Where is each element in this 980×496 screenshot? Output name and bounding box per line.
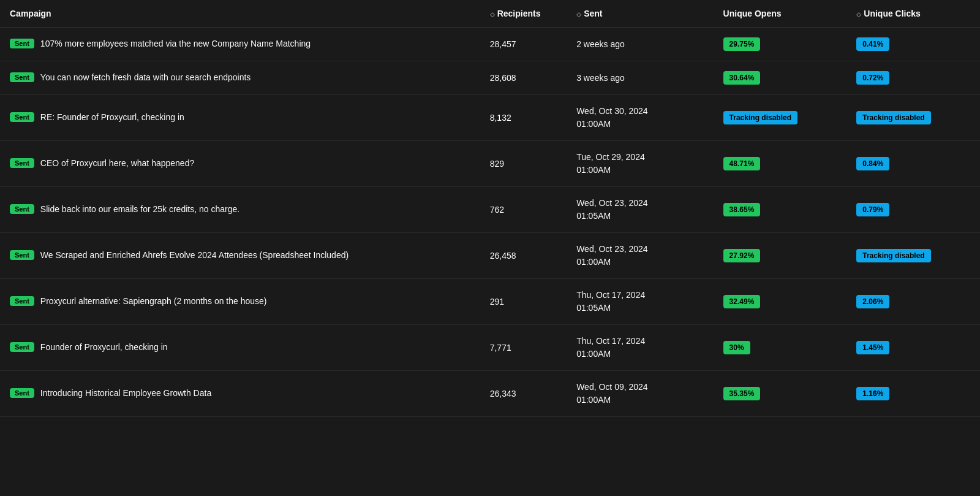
unique-opens-cell: 38.65% [714, 187, 847, 233]
unique-clicks-sort-icon: ◇ [856, 11, 861, 18]
unique-opens-badge: 35.35% [723, 387, 761, 400]
unique-clicks-badge: Tracking disabled [856, 249, 930, 262]
unique-opens-badge: 38.65% [723, 203, 761, 216]
unique-opens-cell: 27.92% [714, 233, 847, 279]
unique-opens-cell: 35.35% [714, 371, 847, 417]
unique-clicks-badge: 0.72% [856, 71, 889, 85]
campaign-cell: SentWe Scraped and Enriched Ahrefs Evolv… [0, 233, 480, 279]
campaign-cell: SentSlide back into our emails for 25k c… [0, 187, 480, 233]
unique-opens-badge: 30.64% [723, 71, 761, 85]
unique-clicks-cell: Tracking disabled [846, 233, 980, 279]
campaign-cell: Sent107% more employees matched via the … [0, 28, 480, 61]
table-row[interactable]: SentFounder of Proxycurl, checking in7,7… [0, 325, 980, 371]
sent-cell: Tue, Oct 29, 2024 01:00AM [567, 141, 713, 187]
table-row[interactable]: SentIntroducing Historical Employee Grow… [0, 371, 980, 417]
recipients-sort-icon: ◇ [490, 11, 495, 18]
recipients-cell: 26,343 [480, 371, 567, 417]
sent-cell: 2 weeks ago [567, 28, 713, 61]
sent-date: Tue, Oct 29, 2024 01:00AM [576, 152, 645, 175]
sent-cell: Thu, Oct 17, 2024 01:05AM [567, 279, 713, 325]
table-header-row: Campaign ◇Recipients ◇Sent Unique Opens … [0, 0, 980, 28]
unique-clicks-cell: 2.06% [846, 279, 980, 325]
unique-opens-badge: 30% [723, 341, 750, 354]
recipients-value: 26,343 [490, 389, 516, 399]
sent-date: 3 weeks ago [576, 73, 625, 83]
unique-opens-cell: Tracking disabled [714, 95, 847, 141]
unique-opens-cell: 48.71% [714, 141, 847, 187]
unique-clicks-cell: 0.79% [846, 187, 980, 233]
campaign-cell: SentFounder of Proxycurl, checking in [0, 325, 480, 371]
unique-clicks-cell: 0.72% [846, 61, 980, 95]
recipients-cell: 26,458 [480, 233, 567, 279]
unique-opens-badge: 29.75% [723, 37, 761, 51]
unique-clicks-header[interactable]: ◇Unique Clicks [846, 0, 980, 28]
sent-date: Wed, Oct 23, 2024 01:00AM [576, 244, 647, 267]
sent-date: Wed, Oct 30, 2024 01:00AM [576, 106, 647, 129]
table-row[interactable]: Sent107% more employees matched via the … [0, 28, 980, 61]
campaign-title: Founder of Proxycurl, checking in [40, 341, 470, 354]
recipients-value: 28,608 [490, 73, 516, 83]
table-row[interactable]: SentProxycurl alternative: Sapiengraph (… [0, 279, 980, 325]
campaign-title: 107% more employees matched via the new … [40, 38, 470, 50]
campaigns-table-container: Campaign ◇Recipients ◇Sent Unique Opens … [0, 0, 980, 496]
recipients-cell: 28,457 [480, 28, 567, 61]
sent-header[interactable]: ◇Sent [567, 0, 713, 28]
campaign-header: Campaign [0, 0, 480, 28]
unique-opens-cell: 32.49% [714, 279, 847, 325]
recipients-header[interactable]: ◇Recipients [480, 0, 567, 28]
campaign-cell: SentProxycurl alternative: Sapiengraph (… [0, 279, 480, 325]
campaign-cell: SentYou can now fetch fresh data with ou… [0, 61, 480, 95]
status-badge: Sent [10, 112, 34, 122]
unique-clicks-cell: Tracking disabled [846, 95, 980, 141]
campaign-cell: SentIntroducing Historical Employee Grow… [0, 371, 480, 417]
table-row[interactable]: SentWe Scraped and Enriched Ahrefs Evolv… [0, 233, 980, 279]
campaign-title: Slide back into our emails for 25k credi… [40, 204, 470, 216]
campaign-title: RE: Founder of Proxycurl, checking in [40, 112, 470, 124]
unique-opens-cell: 29.75% [714, 28, 847, 61]
unique-clicks-badge: 0.84% [856, 157, 889, 170]
unique-opens-cell: 30.64% [714, 61, 847, 95]
unique-opens-badge: 32.49% [723, 295, 761, 308]
status-badge: Sent [10, 39, 34, 48]
table-row[interactable]: SentYou can now fetch fresh data with ou… [0, 61, 980, 95]
status-badge: Sent [10, 72, 34, 82]
recipients-value: 26,458 [490, 251, 516, 261]
recipients-cell: 829 [480, 141, 567, 187]
campaign-title: CEO of Proxycurl here, what happened? [40, 158, 470, 170]
sent-cell: 3 weeks ago [567, 61, 713, 95]
unique-clicks-badge: 0.79% [856, 203, 889, 216]
campaign-cell: SentCEO of Proxycurl here, what happened… [0, 141, 480, 187]
sent-date: Wed, Oct 23, 2024 01:05AM [576, 198, 647, 221]
recipients-cell: 7,771 [480, 325, 567, 371]
table-row[interactable]: SentSlide back into our emails for 25k c… [0, 187, 980, 233]
unique-clicks-badge: 0.41% [856, 37, 889, 51]
sent-date: 2 weeks ago [576, 39, 625, 49]
sent-cell: Wed, Oct 23, 2024 01:05AM [567, 187, 713, 233]
unique-clicks-badge: 1.16% [856, 387, 889, 400]
unique-clicks-badge: 1.45% [856, 341, 889, 354]
table-row[interactable]: SentCEO of Proxycurl here, what happened… [0, 141, 980, 187]
campaigns-table: Campaign ◇Recipients ◇Sent Unique Opens … [0, 0, 980, 417]
unique-clicks-cell: 0.84% [846, 141, 980, 187]
sent-date: Thu, Oct 17, 2024 01:00AM [576, 336, 645, 359]
status-badge: Sent [10, 158, 34, 168]
campaign-title: Proxycurl alternative: Sapiengraph (2 mo… [40, 296, 470, 308]
status-badge: Sent [10, 388, 34, 398]
unique-clicks-cell: 1.45% [846, 325, 980, 371]
recipients-value: 8,132 [490, 113, 511, 123]
sent-date: Wed, Oct 09, 2024 01:00AM [576, 382, 647, 405]
recipients-cell: 762 [480, 187, 567, 233]
recipients-value: 829 [490, 159, 504, 169]
unique-clicks-cell: 1.16% [846, 371, 980, 417]
campaign-title: Introducing Historical Employee Growth D… [40, 387, 470, 400]
recipients-value: 762 [490, 205, 504, 215]
unique-opens-badge: 27.92% [723, 249, 761, 262]
sent-cell: Wed, Oct 30, 2024 01:00AM [567, 95, 713, 141]
campaign-cell: SentRE: Founder of Proxycurl, checking i… [0, 95, 480, 141]
recipients-cell: 291 [480, 279, 567, 325]
status-badge: Sent [10, 342, 34, 352]
unique-clicks-badge: 2.06% [856, 295, 889, 308]
unique-opens-badge: Tracking disabled [723, 111, 797, 124]
table-row[interactable]: SentRE: Founder of Proxycurl, checking i… [0, 95, 980, 141]
unique-clicks-cell: 0.41% [846, 28, 980, 61]
